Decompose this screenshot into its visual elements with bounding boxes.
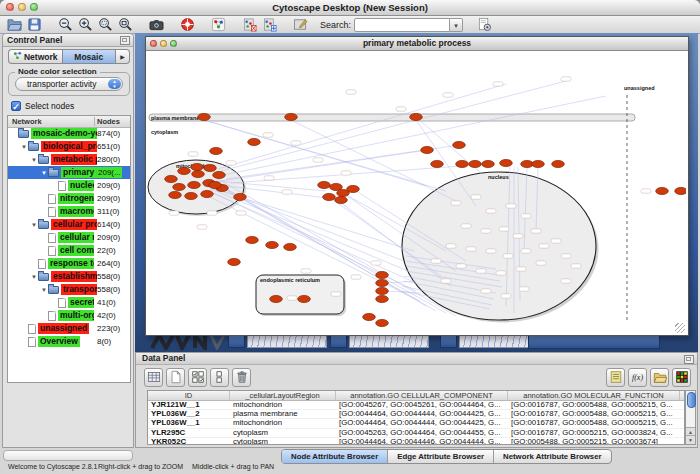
import-attributes-icon[interactable] — [650, 368, 669, 387]
network-node[interactable] — [270, 295, 283, 302]
scroll-down-icon[interactable]: ▼ — [686, 435, 695, 444]
tree-row[interactable]: ▼cellular process614(0) — [8, 218, 130, 231]
zoom-in-icon[interactable] — [75, 16, 95, 33]
network-node[interactable] — [266, 241, 279, 248]
network-node[interactable] — [431, 160, 444, 167]
network-node[interactable] — [173, 183, 186, 190]
tree-col-divider[interactable] — [94, 117, 95, 126]
table-row[interactable]: YPL036W__1mitochondrion[GO:0044464, GO:0… — [148, 419, 684, 428]
network-node[interactable] — [675, 187, 686, 194]
network-node[interactable] — [228, 258, 241, 265]
float-panel-icon[interactable] — [120, 36, 130, 45]
tab-overflow-arrow[interactable]: ▶ — [116, 49, 130, 64]
minimized-window-thumbnail[interactable] — [330, 334, 429, 348]
view-close-button[interactable] — [150, 40, 157, 47]
network-node[interactable] — [234, 193, 247, 200]
network-node[interactable] — [552, 160, 565, 167]
attribute-batch-icon[interactable] — [606, 368, 625, 387]
table-row[interactable]: YPL036W__2plasma membrane[GO:0044464, GO… — [148, 410, 684, 419]
tree-row[interactable]: secretion41(0) — [8, 296, 130, 309]
network-node[interactable] — [178, 167, 191, 174]
tree-row[interactable]: nitrogen compo209(0) — [8, 192, 130, 205]
tree-row[interactable]: mosaic-demo-yeast874(0) — [8, 127, 130, 140]
table-row[interactable]: YKR052Ccytoplasm[GO:0044464, GO:0044446,… — [148, 438, 684, 445]
tree-row[interactable]: macromolecule311(0) — [8, 205, 130, 218]
network-node[interactable] — [376, 319, 389, 326]
dropdown-stepper-icon[interactable]: ▲▼ — [108, 79, 121, 89]
vizmapper-icon[interactable] — [208, 16, 228, 33]
network-node[interactable] — [191, 163, 204, 170]
network-node[interactable] — [500, 159, 513, 166]
create-network-view-icon[interactable] — [259, 16, 279, 33]
network-node[interactable] — [192, 170, 205, 177]
network-node[interactable] — [456, 160, 469, 167]
network-node[interactable] — [188, 181, 201, 188]
nucleus-region[interactable] — [402, 172, 596, 320]
tab-mosaic[interactable]: Mosaic — [62, 49, 117, 64]
network-node[interactable] — [248, 138, 261, 145]
network-node[interactable] — [532, 160, 545, 167]
network-canvas[interactable]: plasma membranecytoplasmmitochondrionnuc… — [146, 51, 686, 334]
network-view-titlebar[interactable]: primary metabolic process — [146, 37, 688, 51]
tree-row[interactable]: Overview8(0) — [8, 335, 130, 348]
scrollbar-thumb[interactable] — [687, 392, 696, 408]
view-zoom-button[interactable] — [170, 40, 177, 47]
tab-network-attribute-browser[interactable]: Network Attribute Browser — [494, 450, 611, 463]
network-node[interactable] — [201, 190, 214, 197]
network-node[interactable] — [165, 175, 178, 182]
network-node[interactable] — [285, 113, 298, 120]
zoom-button[interactable] — [30, 3, 38, 11]
unselect-all-attributes-icon[interactable] — [210, 368, 229, 387]
annotation-icon[interactable] — [290, 16, 310, 33]
expand-arrow-icon[interactable]: ▼ — [40, 170, 48, 176]
tree-row[interactable]: ▼biological_process651(0) — [8, 140, 130, 153]
tree-row[interactable]: response to stimulu264(0) — [8, 257, 130, 270]
destroy-network-icon[interactable] — [239, 16, 259, 33]
network-node[interactable] — [318, 181, 331, 188]
create-new-attribute-icon[interactable] — [166, 368, 185, 387]
save-session-icon[interactable] — [24, 16, 44, 33]
network-node[interactable] — [453, 141, 466, 148]
network-node[interactable] — [209, 181, 222, 188]
select-nodes-checkbox[interactable]: ✓ — [11, 101, 21, 111]
network-node[interactable] — [421, 146, 434, 153]
tree-row[interactable]: ▼establishment of lo558(0) — [8, 270, 130, 283]
expand-arrow-icon[interactable]: ▼ — [30, 274, 38, 280]
select-attributes-icon[interactable] — [144, 368, 163, 387]
network-node[interactable] — [185, 192, 198, 199]
tree-row[interactable]: ▼primary metabo209(... — [8, 166, 130, 179]
open-network-icon[interactable] — [4, 16, 24, 33]
table-row[interactable]: YLR295Ccytoplasm[GO:0045263, GO:0044464,… — [148, 429, 684, 438]
network-node[interactable] — [376, 287, 389, 294]
network-node[interactable] — [482, 160, 495, 167]
tree-row[interactable]: multi-organism pro42(0) — [8, 309, 130, 322]
network-node[interactable] — [298, 295, 311, 302]
zoom-selected-region-icon[interactable] — [95, 16, 115, 33]
zoom-out-icon[interactable] — [55, 16, 75, 33]
minimize-button[interactable] — [18, 3, 26, 11]
attribute-matrix-icon[interactable] — [672, 368, 691, 387]
help-lifering-icon[interactable] — [177, 16, 197, 33]
network-node[interactable] — [323, 193, 336, 200]
table-column-header[interactable]: annotation.GO CELLULAR_COMPONENT — [336, 391, 508, 400]
delete-attribute-icon[interactable] — [232, 368, 251, 387]
tree-row[interactable]: unassigned223(0) — [8, 322, 130, 335]
network-node[interactable] — [169, 191, 182, 198]
expand-arrow-icon[interactable]: ▼ — [40, 287, 48, 293]
snapshot-camera-icon[interactable] — [146, 16, 166, 33]
tab-node-attribute-browser[interactable]: Node Attribute Browser — [282, 450, 388, 463]
expand-arrow-icon[interactable]: ▼ — [30, 157, 38, 163]
table-scrollbar[interactable]: ▲ ▼ — [685, 390, 696, 445]
tree-row[interactable]: nucleobase-209(0) — [8, 179, 130, 192]
network-node[interactable] — [246, 236, 259, 243]
search-input[interactable] — [354, 18, 450, 32]
resize-grip-icon[interactable] — [675, 323, 685, 333]
tree-row[interactable]: ▼transport558(0) — [8, 283, 130, 296]
view-minimize-button[interactable] — [160, 40, 167, 47]
formula-builder-icon[interactable]: f(x) — [628, 368, 647, 387]
network-node[interactable] — [204, 164, 217, 171]
tree-row[interactable]: ▼metabolic process280(0) — [8, 153, 130, 166]
minimized-window-thumbnail[interactable] — [228, 334, 327, 348]
search-config-icon[interactable] — [474, 16, 494, 33]
table-row[interactable]: YJR121W__1mitochondrion[GO:0045267, GO:0… — [148, 401, 684, 410]
